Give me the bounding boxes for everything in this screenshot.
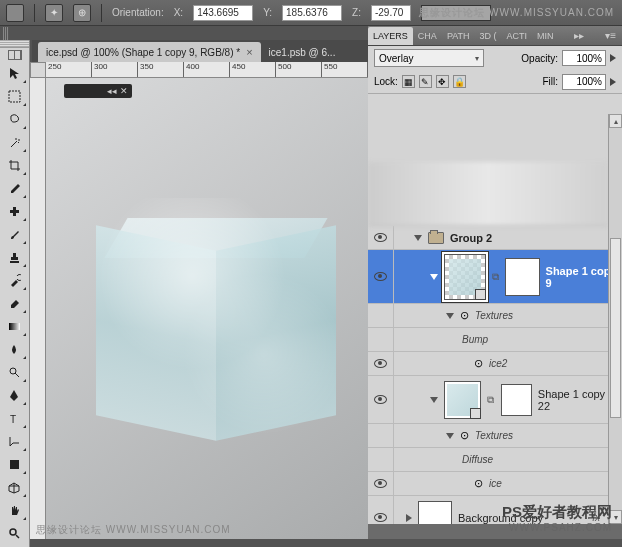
document-canvas[interactable]: ◂◂ ✕ [46,78,368,539]
lock-pixels-icon[interactable]: ✎ [419,75,432,88]
layer-thumbnail[interactable] [418,501,452,525]
y-label: Y: [263,7,272,18]
scrollbar-thumb[interactable] [610,238,621,418]
layer-group-row[interactable]: Group 2 [368,226,622,250]
svg-rect-2 [13,207,16,216]
move-tool-icon[interactable] [3,62,27,84]
layers-panel: LAYERS CHA PATH 3D ( ACTI MIN ▸▸ ▾≡ Over… [368,26,622,539]
visibility-icon[interactable] [374,233,387,242]
y-field[interactable] [282,5,342,21]
opacity-field[interactable] [562,50,606,66]
panel-menu-icon[interactable]: ▾≡ [599,30,622,41]
link-icon[interactable]: ⧉ [487,393,495,407]
layer-effect-item[interactable]: Diffuse [368,448,622,472]
shape-tool-icon[interactable] [3,453,27,475]
lock-position-icon[interactable]: ✥ [436,75,449,88]
gradient-tool-icon[interactable] [3,315,27,337]
crop-tool-icon[interactable] [3,154,27,176]
layer-thumbnail[interactable] [444,381,481,419]
disclosure-icon[interactable] [430,274,438,280]
ruler-origin[interactable] [30,62,46,78]
mask-thumbnail[interactable] [505,258,540,296]
lock-all-icon[interactable]: 🔒 [453,75,466,88]
close-icon[interactable]: × [246,46,252,58]
z-field[interactable] [371,5,411,21]
fill-field[interactable] [562,74,606,90]
eyedropper-tool-icon[interactable] [3,177,27,199]
marquee-tool-icon[interactable] [3,85,27,107]
3d-axis-widget[interactable]: ◂◂ ✕ [64,84,132,98]
stamp-tool-icon[interactable] [3,246,27,268]
doc-tab[interactable]: ice1.psb @ 6... [261,42,344,62]
link-icon[interactable]: ⧉ [492,270,499,284]
visibility-icon[interactable] [374,359,387,368]
disclosure-icon[interactable] [406,514,412,522]
fill-flyout-icon[interactable] [610,78,616,86]
opacity-flyout-icon[interactable] [610,54,616,62]
layer-thumbnail[interactable] [444,254,486,300]
layer-effect-item[interactable]: ⊙ ice2 [368,352,622,376]
svg-rect-0 [9,91,20,102]
x-field[interactable] [193,5,253,21]
panel-tabs: LAYERS CHA PATH 3D ( ACTI MIN ▸▸ ▾≡ [368,26,622,46]
layer-name: Group 2 [450,232,492,244]
mask-thumbnail[interactable] [501,384,532,416]
smart-object-icon [475,289,486,300]
toolbox-collapse-icon[interactable] [8,50,22,60]
layers-scrollbar[interactable]: ▴ ▾ [608,114,622,524]
orientation-label: Orientation: [112,7,164,18]
effect-name: ice [489,478,502,489]
disclosure-icon[interactable] [430,397,438,403]
blur-tool-icon[interactable] [3,338,27,360]
layer-effects-row[interactable]: ⊙ Textures [368,304,622,328]
rewind-icon[interactable]: ◂◂ [107,86,117,96]
watermark-top: 思缘设计论坛 WWW.MISSYUAN.COM [419,6,614,20]
panel-tab-actions[interactable]: ACTI [502,27,533,45]
wand-tool-icon[interactable] [3,131,27,153]
3d-axis-icon[interactable]: ⊕ [73,4,91,22]
watermark-bottom-right: PS爱好者教程网 WWW.PSAHZ.COM [502,503,612,533]
ruler-vertical[interactable] [30,78,46,539]
disclosure-icon[interactable] [446,433,454,439]
brush-tool-icon[interactable] [3,223,27,245]
lock-transparency-icon[interactable]: ▦ [402,75,415,88]
scroll-up-icon[interactable]: ▴ [609,114,622,128]
panel-collapse-icon[interactable]: ▸▸ [568,30,590,41]
panel-tab-mini[interactable]: MIN [532,27,559,45]
panel-tab-layers[interactable]: LAYERS [368,27,413,45]
layer-effect-item[interactable]: Bump [368,328,622,352]
layer-name: Shape 1 copy 22 [538,388,618,412]
visibility-icon[interactable] [374,395,387,404]
disclosure-icon[interactable] [446,313,454,319]
dodge-tool-icon[interactable] [3,361,27,383]
hand-tool-icon[interactable] [3,499,27,521]
visibility-icon[interactable] [374,479,387,488]
disclosure-icon[interactable] [414,235,422,241]
doc-tab-active[interactable]: ice.psd @ 100% (Shape 1 copy 9, RGB/8) *… [38,42,261,62]
heal-tool-icon[interactable] [3,200,27,222]
layer-row-selected[interactable]: ⧉ Shape 1 copy 9 [368,250,622,304]
layer-row[interactable]: ⧉ Shape 1 copy 22 [368,376,622,424]
close-icon[interactable]: ✕ [120,86,128,96]
path-tool-icon[interactable] [3,430,27,452]
layers-list: Group 2 ⧉ Shape 1 copy 9 ⊙ Textures [368,94,622,524]
toolbox-grip[interactable] [3,27,9,41]
layer-effects-row[interactable]: ⊙ Textures [368,424,622,448]
pen-tool-icon[interactable] [3,384,27,406]
visibility-icon[interactable] [374,513,387,522]
panel-tab-channels[interactable]: CHA [413,27,442,45]
ruler-horizontal[interactable]: 250300 350400 450500 550 [46,62,368,78]
panel-tab-paths[interactable]: PATH [442,27,475,45]
lasso-tool-icon[interactable] [3,108,27,130]
layer-effect-item[interactable]: ⊙ ice [368,472,622,496]
tool-preset-icon[interactable] [6,4,24,22]
3d-tool-icon[interactable] [3,476,27,498]
zoom-tool-icon[interactable] [3,522,27,544]
3d-mode-icon[interactable]: ✦ [45,4,63,22]
blend-mode-dropdown[interactable]: Overlay▾ [374,49,484,67]
type-tool-icon[interactable]: T [3,407,27,429]
panel-tab-3d[interactable]: 3D ( [475,27,502,45]
visibility-icon[interactable] [374,272,387,281]
history-brush-tool-icon[interactable] [3,269,27,291]
eraser-tool-icon[interactable] [3,292,27,314]
